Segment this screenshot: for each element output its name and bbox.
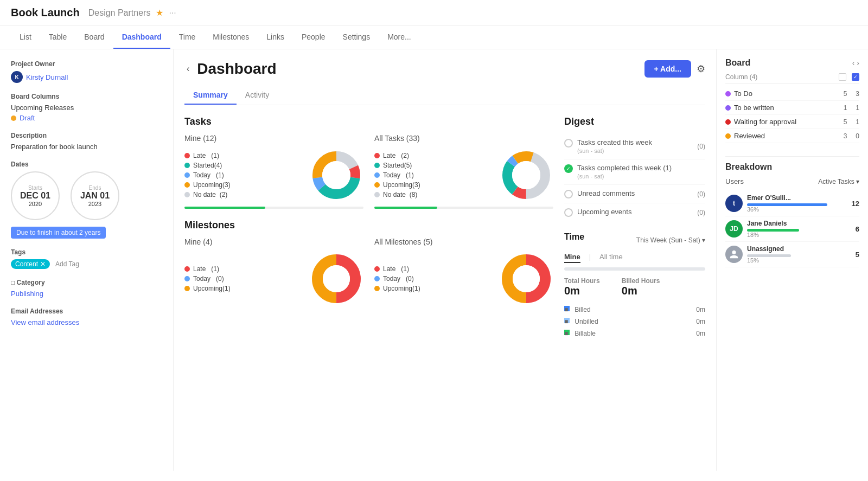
waiting-dot	[725, 119, 731, 125]
category-value[interactable]: Publishing	[11, 290, 162, 298]
content-header: ‹ Dashboard + Add... ⚙	[184, 60, 705, 78]
right-col: Digest Tasks created this week(sun - sat…	[564, 116, 705, 339]
tab-more[interactable]: More...	[379, 26, 420, 49]
main-layout: Project Owner K Kirsty Durnall Board Col…	[0, 49, 868, 471]
tasks-row: Mine (12) Late (1) Started(4) Today (1) …	[184, 134, 553, 209]
tobewritten-label: To be written	[734, 104, 774, 112]
digest-item-2: Unread comments (0)	[564, 185, 705, 203]
sidebar-project-owner: Project Owner K Kirsty Durnall	[11, 60, 162, 83]
legend-all-upcoming: Upcoming(3)	[374, 181, 490, 189]
add-tag[interactable]: Add Tag	[55, 260, 79, 268]
board-col-2[interactable]: Draft	[20, 114, 35, 122]
reviewed-count-1: 3	[844, 132, 847, 140]
owner-name[interactable]: Kirsty Durnall	[26, 73, 68, 81]
star-icon[interactable]: ★	[156, 8, 163, 18]
todo-dot	[725, 91, 731, 97]
time-filter[interactable]: This Week (Sun - Sat) ▾	[636, 236, 705, 244]
time-section: Time This Week (Sun - Sat) ▾ Mine | All …	[564, 232, 705, 339]
user-percent-2: 18%	[747, 232, 851, 238]
tab-links[interactable]: Links	[258, 26, 293, 49]
sub-tab-activity[interactable]: Activity	[237, 86, 278, 105]
tab-settings[interactable]: Settings	[334, 26, 379, 49]
digest-item-3: Upcoming events (0)	[564, 203, 705, 221]
page-title: Dashboard	[197, 60, 276, 78]
legend-all-late: Late (2)	[374, 152, 490, 159]
tab-milestones[interactable]: Milestones	[204, 26, 258, 49]
time-breakdown: ■ Billed 0m ■ Unbilled 0m ■ Billable 0m	[564, 304, 705, 339]
time-tab-mine[interactable]: Mine	[564, 253, 580, 263]
user-avatar-3	[725, 246, 743, 263]
board-row-waiting: Waiting for approval 5 1	[725, 115, 859, 129]
project-title: Book Launch	[11, 7, 80, 19]
end-date-circle: Ends JAN 01 2023	[71, 171, 119, 220]
start-year: 2020	[29, 201, 42, 207]
legend-all-nodate: No date (8)	[374, 191, 490, 198]
board-col-2-item: Draft	[11, 114, 162, 122]
tobewritten-dot	[725, 105, 731, 111]
svg-point-18	[513, 265, 540, 292]
sub-tab-summary[interactable]: Summary	[184, 86, 237, 105]
content-area: ‹ Dashboard + Add... ⚙ Summary Activity …	[174, 49, 716, 471]
mine-ms-legend: Late (1) Today (0) Upcoming(1)	[184, 265, 301, 292]
tab-list[interactable]: List	[11, 26, 40, 49]
board-prev-button[interactable]: ‹	[852, 59, 855, 67]
billed-hours-item: Billed Hours 0m	[622, 277, 660, 297]
tag-remove-icon[interactable]: ✕	[40, 260, 46, 268]
user-percent-1: 36%	[747, 206, 847, 213]
total-hours-item: Total Hours 0m	[564, 277, 600, 297]
all-progress-fill	[374, 207, 437, 209]
category-label: □ Category	[11, 279, 162, 286]
tab-time[interactable]: Time	[170, 26, 205, 49]
time-tab-all[interactable]: All time	[599, 253, 623, 263]
milestones-row: Mine (4) Late (1) Today (0) Upcoming(1)	[184, 238, 553, 306]
breakdown-active-tasks-filter[interactable]: Active Tasks ▾	[818, 178, 859, 185]
sub-tabs: Summary Activity	[184, 86, 705, 105]
all-tasks: All Tasks (33) Late (2) Started(5) Today…	[374, 134, 553, 209]
billed-dot: ■	[564, 306, 570, 311]
legend-all-today: Today (1)	[374, 171, 490, 179]
tab-dashboard[interactable]: Dashboard	[113, 26, 170, 49]
board-column-label: Column (4)	[725, 73, 757, 81]
settings-gear-button[interactable]: ⚙	[697, 63, 705, 75]
total-hours-value: 0m	[564, 285, 600, 297]
board-next-button[interactable]: ›	[857, 59, 859, 67]
collapse-sidebar-button[interactable]: ‹	[184, 62, 192, 76]
all-legend: Late (2) Started(5) Today (1) Upcoming(3…	[374, 152, 490, 198]
dashboard-content: Tasks Mine (12) Late (1) Started(4) Toda…	[184, 116, 705, 339]
more-options-icon[interactable]: ···	[169, 8, 176, 18]
due-bar: Due to finish in about 2 years	[11, 227, 106, 239]
breakdown-title: Breakdown	[725, 162, 772, 172]
user-avatar-1: t	[725, 195, 743, 212]
board-col-checkbox-checked[interactable]: ✓	[852, 73, 859, 81]
mine-chart-row: Late (1) Started(4) Today (1) Upcoming(3…	[184, 148, 363, 202]
all-tasks-label: All Tasks (33)	[374, 134, 553, 143]
tobewritten-count-1: 1	[844, 104, 847, 112]
milestones-title: Milestones	[184, 220, 553, 231]
add-button[interactable]: + Add...	[644, 60, 691, 78]
legend-mine-upcoming: Upcoming(3)	[184, 181, 301, 189]
reviewed-dot	[725, 133, 731, 139]
tab-people[interactable]: People	[293, 26, 334, 49]
user-percent-3: 15%	[747, 257, 851, 264]
project-owner-label: Project Owner	[11, 60, 162, 68]
board-col-1: Upcoming Releases	[11, 104, 162, 112]
legend-late-dot	[184, 153, 190, 158]
board-row-tobewritten: To be written 1 1	[725, 101, 859, 115]
tab-board[interactable]: Board	[75, 26, 113, 49]
time-row-unbilled: ■ Unbilled 0m	[564, 316, 705, 328]
tag-label: Content	[15, 260, 38, 268]
breakdown-filter-row: Users Active Tasks ▾	[725, 177, 859, 185]
sidebar-dates: Dates Starts DEC 01 2020 Ends JAN 01 202…	[11, 161, 162, 239]
all-progress-bar	[374, 207, 553, 209]
all-ms-legend: Late (1) Today (0) Upcoming(1)	[374, 265, 490, 292]
sidebar: Project Owner K Kirsty Durnall Board Col…	[0, 49, 174, 471]
digest-icon-3	[564, 208, 573, 217]
digest-section: Digest Tasks created this week(sun - sat…	[564, 116, 705, 221]
view-email[interactable]: View email addresses	[11, 318, 162, 326]
tab-table[interactable]: Table	[40, 26, 75, 49]
draft-dot	[11, 116, 16, 121]
time-bar	[564, 267, 705, 271]
board-col-checkbox-empty[interactable]	[839, 73, 846, 81]
mine-legend: Late (1) Started(4) Today (1) Upcoming(3…	[184, 152, 301, 198]
mine-progress-fill	[184, 207, 265, 209]
